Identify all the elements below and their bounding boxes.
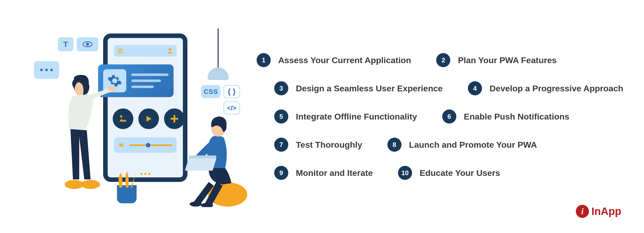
plus-icon [169,114,179,124]
svg-point-2 [169,48,171,51]
lamp-shade [208,67,229,80]
code-badge: </> [223,101,240,114]
step-label: Develop a Progressive Approach [490,84,623,93]
step-label: Launch and Promote Your PWA [409,140,537,150]
step-number: 1 [257,53,271,67]
step-10: 10 Educate Your Users [398,166,500,180]
play-button [138,108,159,129]
css-badge: CSS [201,85,220,98]
person-sitting [179,114,249,207]
step-number: 4 [468,81,482,95]
chat-badge [34,61,59,79]
braces-badge: { } [223,85,240,98]
tablet-header [114,45,177,57]
step-number: 2 [436,53,450,67]
eye-icon [83,41,93,47]
media-buttons [113,108,185,129]
hamburger-icon [117,49,123,53]
step-3: 3 Design a Seamless User Experience [274,81,443,95]
step-label: Test Thoroughly [296,140,362,150]
step-number: 10 [398,166,412,180]
svg-point-1 [86,43,89,46]
step-1: 1 Assess Your Current Application [257,53,411,67]
step-5: 5 Integrate Offline Functionality [274,109,417,124]
audio-slider [114,137,177,153]
step-number: 7 [274,138,288,152]
step-row-5: 9 Monitor and Iterate 10 Educate Your Us… [257,166,624,180]
svg-rect-11 [189,156,216,159]
eye-badge [77,37,98,51]
step-6: 6 Enable Push Notifications [442,109,569,124]
svg-point-6 [65,180,84,189]
brand-icon: i [576,205,589,218]
svg-point-9 [190,202,202,207]
step-label: Integrate Offline Functionality [296,112,417,122]
step-row-1: 1 Assess Your Current Application 2 Plan… [257,53,624,67]
step-label: Monitor and Iterate [296,168,373,178]
step-label: Assess Your Current Application [278,55,411,65]
step-7: 7 Test Thoroughly [274,138,362,152]
step-8: 8 Launch and Promote Your PWA [387,138,537,152]
step-row-2: 3 Design a Seamless User Experience 4 De… [257,81,624,95]
hero-illustration: T CSS { } </> [20,28,247,205]
step-label: Enable Push Notifications [464,112,569,122]
step-label: Educate Your Users [420,168,500,178]
step-2: 2 Plan Your PWA Features [436,53,556,67]
step-row-4: 7 Test Thoroughly 8 Launch and Promote Y… [257,138,624,152]
text-tool-badge: T [58,37,73,51]
step-number: 6 [442,109,456,124]
card-text-lines [131,73,169,88]
step-label: Design a Seamless User Experience [296,84,443,93]
step-9: 9 Monitor and Iterate [274,166,373,180]
steps-list: 1 Assess Your Current Application 2 Plan… [247,53,624,180]
slider-track [130,144,173,146]
page-container: T CSS { } </> [0,0,644,233]
person-standing [59,74,122,205]
step-4: 4 Develop a Progressive Approach [468,81,623,95]
step-number: 8 [387,138,401,152]
brand-logo: i InApp [576,205,621,218]
lamp-cord [218,28,219,71]
brand-name: InApp [591,205,621,217]
svg-point-7 [81,180,100,189]
slider-thumb [146,143,150,147]
step-number: 9 [274,166,288,180]
step-number: 3 [274,81,288,95]
step-row-3: 5 Integrate Offline Functionality 6 Enab… [257,109,624,124]
user-icon [167,47,173,54]
play-icon [144,114,153,123]
svg-rect-5 [108,86,115,91]
chat-dots-icon [40,69,53,71]
pagination-dots [140,173,150,175]
step-number: 5 [274,109,288,124]
step-label: Plan Your PWA Features [458,55,556,65]
